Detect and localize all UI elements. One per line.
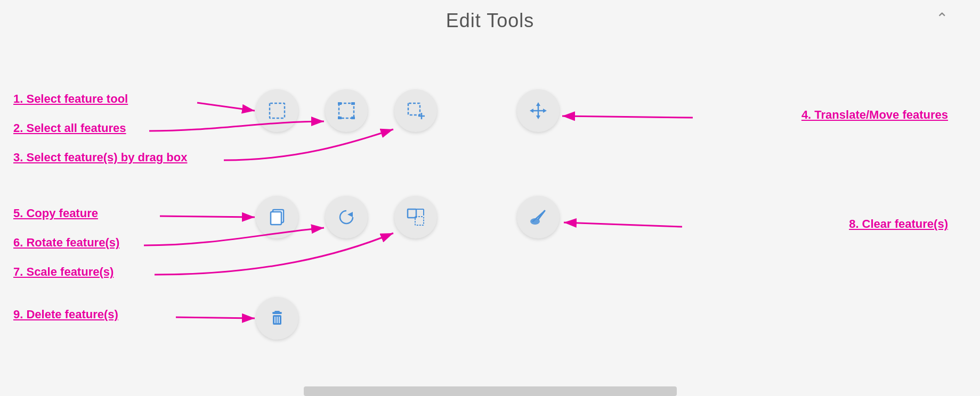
svg-marker-10	[536, 116, 540, 119]
rotate-features-button[interactable]	[325, 196, 368, 238]
svg-rect-1	[339, 103, 354, 118]
label-7: 7. Scale feature(s)	[13, 265, 114, 279]
svg-rect-5	[351, 117, 355, 119]
label-9: 9. Delete feature(s)	[13, 308, 118, 321]
svg-rect-0	[270, 103, 285, 118]
svg-marker-17	[347, 212, 353, 217]
scale-features-button[interactable]	[394, 196, 437, 238]
svg-marker-12	[543, 109, 547, 113]
label-8: 8. Clear feature(s)	[849, 217, 948, 231]
svg-rect-4	[338, 117, 342, 119]
label-1: 1. Select feature tool	[13, 92, 128, 106]
page-container: Edit Tools ⌃ 1. Select feature tool 2. S…	[0, 0, 980, 396]
svg-marker-11	[530, 109, 533, 113]
bottom-scrollbar[interactable]	[304, 386, 677, 396]
svg-rect-6	[408, 103, 420, 115]
select-feature-tool-button[interactable]	[256, 89, 298, 132]
clear-features-button[interactable]	[517, 196, 560, 238]
label-5: 5. Copy feature	[13, 207, 98, 220]
svg-rect-3	[351, 102, 355, 105]
select-all-features-button[interactable]	[325, 89, 368, 132]
label-4: 4. Translate/Move features	[801, 108, 948, 122]
copy-feature-button[interactable]	[256, 196, 298, 238]
translate-move-button[interactable]	[517, 89, 560, 132]
arrows-overlay	[0, 42, 980, 390]
label-3: 3. Select feature(s) by drag box	[13, 151, 187, 164]
svg-rect-26	[274, 311, 280, 312]
select-drag-box-button[interactable]	[394, 89, 437, 132]
svg-rect-16	[271, 212, 281, 225]
page-title: Edit Tools	[446, 10, 534, 32]
label-6: 6. Rotate feature(s)	[13, 236, 119, 250]
svg-marker-9	[536, 102, 540, 106]
collapse-button[interactable]: ⌃	[936, 10, 948, 27]
delete-features-button[interactable]	[256, 297, 298, 340]
tools-area: 1. Select feature tool 2. Select all fea…	[0, 42, 980, 390]
svg-rect-2	[338, 102, 342, 105]
label-2: 2. Select all features	[13, 121, 126, 135]
header: Edit Tools ⌃	[0, 0, 980, 42]
